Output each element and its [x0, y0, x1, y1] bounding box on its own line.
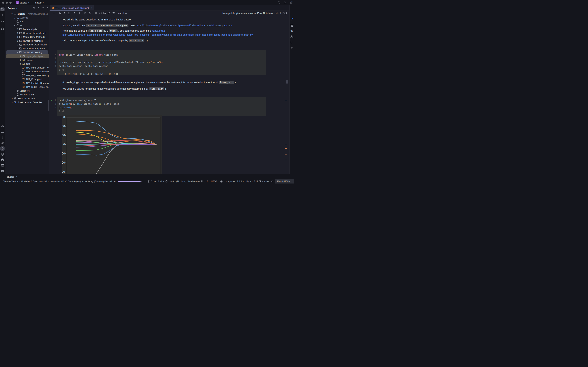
dependencies-icon[interactable]	[290, 46, 294, 50]
run-all-icon[interactable]	[103, 11, 107, 15]
cell-type-dropdown[interactable]: Markdown▼	[118, 10, 130, 16]
clear-outputs-icon[interactable]	[107, 11, 111, 15]
tree-expand-icon[interactable]: ❯	[20, 55, 21, 57]
more-icon[interactable]	[0, 32, 5, 36]
scroll-stripe-mark[interactable]	[285, 160, 287, 160]
scroll-stripe-mark[interactable]	[285, 154, 287, 154]
r-interpreter-widget[interactable]: R 4.4.3	[237, 179, 244, 184]
tree-item-general-linear-models[interactable]: ❯General Linear Models	[5, 31, 49, 35]
tree-item-assets[interactable]: ❯assets	[5, 58, 49, 62]
tree-item--ipynb-checkpoints[interactable]: ❯.ipynb_checkpoints	[5, 54, 49, 58]
tree-item-tp2-knn-ipynb[interactable]: TP2_KNN.ipynb	[5, 77, 49, 81]
tree-scrollbar[interactable]	[48, 100, 49, 111]
tree-expand-icon[interactable]: ❯	[11, 101, 13, 103]
stop-icon[interactable]	[94, 11, 98, 15]
prev-problem-icon[interactable]: ▼	[283, 12, 284, 14]
tree-expand-icon[interactable]: ❯	[14, 21, 16, 22]
scroll-stripe-mark[interactable]	[285, 101, 287, 101]
ai-assistant-icon[interactable]	[200, 179, 203, 184]
python-packages-icon[interactable]	[0, 135, 5, 139]
tree-expand-icon[interactable]: ❯	[14, 17, 16, 18]
services-icon[interactable]	[0, 158, 5, 162]
collapse-all-icon[interactable]	[42, 7, 44, 10]
r-language-icon[interactable]: R	[290, 29, 294, 33]
tree-item-tp1-a-first-example-ipynb[interactable]: TP1_A_first_example.ipynb	[5, 70, 49, 73]
tree-item-external-libraries[interactable]: ❯External Libraries	[5, 96, 49, 100]
plugin-hexagon-icon[interactable]	[290, 40, 294, 44]
tree-item-statistical-learning[interactable]: ❯Statistical Learning	[5, 50, 49, 54]
tree-expand-icon[interactable]: ❯	[20, 63, 21, 65]
r-tools-icon[interactable]: R	[0, 146, 5, 151]
write-access-lock-icon[interactable]	[271, 179, 274, 184]
git-branch-icon[interactable]	[1, 175, 4, 178]
highlighting-level-icon[interactable]	[220, 179, 223, 184]
tree-item-data-analysis[interactable]: ❯Data Analysis	[5, 27, 49, 31]
todo-list-icon[interactable]	[0, 130, 5, 134]
debug-cell-icon[interactable]	[88, 11, 92, 15]
commit-icon[interactable]	[0, 13, 5, 17]
next-problem-icon[interactable]: ▼	[285, 12, 287, 13]
tree-item--gitignore[interactable]: .gitignore	[5, 89, 49, 93]
tree-item-studies[interactable]: ❯studies~/Workspace/studies	[5, 12, 49, 16]
tree-item--vscode[interactable]: ❯.vscode	[5, 16, 49, 20]
tool-window-tab-studies[interactable]: studies ×	[7, 175, 17, 179]
stopwatch-widget[interactable]	[165, 179, 168, 184]
python-interpreter-widget[interactable]: Python 3.12	[246, 179, 258, 184]
tree-expand-icon[interactable]: ❯	[17, 51, 18, 53]
add-user-icon[interactable]	[277, 1, 281, 4]
structure-icon[interactable]	[0, 26, 5, 30]
project-widget[interactable]: studies ▼	[20, 0, 29, 5]
window-zoom-button[interactable]	[9, 1, 12, 4]
terminal-icon[interactable]	[0, 163, 5, 167]
caret-position-widget[interactable]: 483:1 (99 chars, 2 line breaks)	[170, 179, 200, 184]
git-branch-widget[interactable]: master	[259, 179, 269, 184]
tree-item-tp3-logistic-regression-ar[interactable]: TP3_Logistic_Regression_ar	[5, 81, 49, 85]
trust-notebook-button[interactable]: Trust Notebook	[257, 10, 273, 16]
hyperlink[interactable]: https://scikit-learn.org/stable/modules/…	[136, 24, 232, 27]
session-time-widget[interactable]: 3 hrs 18 mins	[147, 179, 164, 184]
locate-file-icon[interactable]	[33, 7, 35, 10]
scroll-stripe-mark[interactable]	[285, 148, 287, 149]
project-folder-icon[interactable]	[0, 7, 5, 11]
settings-gear-icon[interactable]	[289, 1, 293, 4]
encoding-widget[interactable]: UTF-8	[211, 179, 217, 184]
tree-expand-icon[interactable]: ❯	[11, 98, 13, 99]
tree-item-readme-md[interactable]: README.md	[5, 93, 49, 96]
tree-expand-icon[interactable]: ❯	[17, 40, 18, 42]
inspections-widget[interactable]: 9 ▼ ▼	[276, 11, 287, 15]
tree-expand-icon[interactable]: ❯	[17, 44, 18, 45]
editor-scrollbar[interactable]	[286, 80, 288, 84]
move-down-icon[interactable]	[78, 11, 81, 15]
scroll-stripe-mark[interactable]	[285, 145, 287, 145]
restart-kernel-icon[interactable]	[98, 11, 102, 15]
code-cell-1[interactable]: 1from sklearn.linear_model import lasso_…	[57, 50, 266, 75]
status-message[interactable]: Claude Client is not installed // Open I…	[3, 179, 95, 184]
run-cell-icon[interactable]	[84, 11, 87, 15]
panel-options-icon[interactable]	[46, 7, 49, 10]
tree-item-m1[interactable]: ❯M1	[5, 23, 49, 27]
add-cell-icon[interactable]	[52, 11, 56, 15]
tree-expand-icon[interactable]: ❯	[17, 36, 18, 38]
tab-notebook[interactable]: TP4_Ridge_Lasso_and_CV.ipynb ×	[50, 5, 94, 10]
tree-item-scratches-and-consoles[interactable]: ❯Scratches and Consoles	[5, 100, 49, 104]
r-console-icon[interactable]: R	[0, 141, 5, 145]
code-cell-2[interactable]: 1coefs_lasso = coefs_lasso.T2plt.plot(np…	[57, 97, 266, 116]
ai-graph-icon[interactable]	[0, 124, 5, 128]
project-panel-title[interactable]: Project ▼	[8, 7, 17, 9]
tree-expand-icon[interactable]: ❯	[17, 28, 18, 30]
jupyter-server-dropdown[interactable]: Managed Jupyter server: auto-start▼	[222, 10, 262, 16]
tree-expand-icon[interactable]: ❯	[14, 25, 16, 26]
search-icon[interactable]	[283, 1, 287, 4]
run-cell-gutter-icon[interactable]	[50, 99, 53, 102]
cut-icon[interactable]	[58, 11, 62, 15]
notifications-bell-icon[interactable]	[290, 17, 294, 21]
window-minimize-button[interactable]	[6, 1, 8, 4]
tree-expand-icon[interactable]: ❯	[11, 13, 13, 15]
tree-item-numerical-methods[interactable]: ❯Numerical Methods	[5, 39, 49, 43]
tree-item-numerical-optimisation[interactable]: ❯Numerical Optimisation	[5, 43, 49, 47]
line-separator-widget[interactable]: LF	[206, 179, 208, 184]
window-close-button[interactable]	[2, 1, 4, 4]
delete-cell-icon[interactable]	[112, 11, 115, 15]
layers-icon[interactable]	[0, 152, 5, 156]
code-with-me-icon[interactable]	[290, 35, 294, 39]
